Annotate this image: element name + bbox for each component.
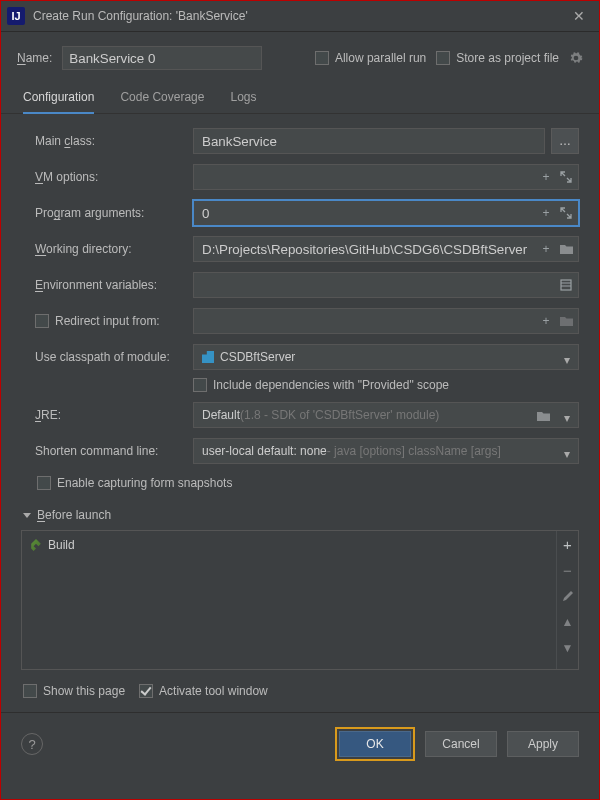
main-class-label: Main class: <box>35 134 185 148</box>
enable-snapshots-checkbox[interactable]: Enable capturing form snapshots <box>37 476 579 490</box>
tabs: Configuration Code Coverage Logs <box>1 80 599 114</box>
remove-icon: − <box>561 563 575 577</box>
shorten-select[interactable]: user-local default: none - java [options… <box>193 438 579 464</box>
allow-parallel-checkbox[interactable]: Allow parallel run <box>315 51 426 65</box>
checkbox-icon <box>139 684 153 698</box>
program-arguments-label: Program arguments: <box>35 206 185 220</box>
jre-value: Default <box>202 408 240 422</box>
build-label: Build <box>48 538 75 552</box>
chevron-down-icon <box>23 513 31 518</box>
edit-icon <box>561 589 575 603</box>
store-project-checkbox[interactable]: Store as project file <box>436 51 559 65</box>
classpath-select[interactable]: CSDBftServer ▾ <box>193 344 579 370</box>
before-launch-label: Before launch <box>37 508 111 522</box>
checkbox-icon <box>35 314 49 328</box>
checkbox-icon <box>436 51 450 65</box>
chevron-down-icon: ▾ <box>564 447 570 461</box>
browse-main-class-button[interactable]: … <box>551 128 579 154</box>
svg-rect-0 <box>561 280 571 290</box>
working-directory-input[interactable] <box>193 236 579 262</box>
titlebar: IJ Create Run Configuration: 'BankServic… <box>1 1 599 32</box>
plus-icon[interactable]: + <box>539 242 553 256</box>
show-this-page-checkbox[interactable]: Show this page <box>23 684 125 698</box>
environment-variables-label: Environment variables: <box>35 278 185 292</box>
apply-button[interactable]: Apply <box>507 731 579 757</box>
checkbox-icon <box>193 378 207 392</box>
chevron-down-icon: ▾ <box>564 411 570 425</box>
folder-icon[interactable] <box>559 242 573 256</box>
close-icon[interactable]: ✕ <box>569 8 589 24</box>
plus-icon: + <box>539 314 553 328</box>
redirect-input-field <box>193 308 579 334</box>
module-icon <box>202 351 214 363</box>
environment-variables-input[interactable] <box>193 272 579 298</box>
move-down-icon: ▼ <box>561 641 575 655</box>
name-label: Name: <box>17 51 52 65</box>
jre-label: JRE: <box>35 408 185 422</box>
tab-logs[interactable]: Logs <box>230 84 256 113</box>
shorten-value: user-local default: none <box>202 444 327 458</box>
footer: ? OK Cancel Apply <box>1 712 599 777</box>
plus-icon[interactable]: + <box>539 206 553 220</box>
checkbox-icon <box>37 476 51 490</box>
bottom-options: Show this page Activate tool window <box>1 674 599 706</box>
before-launch-header[interactable]: Before launch <box>1 500 599 528</box>
list-icon[interactable] <box>559 278 573 292</box>
jre-hint: (1.8 - SDK of 'CSDBftServer' module) <box>240 408 439 422</box>
build-icon <box>30 539 42 551</box>
folder-icon <box>559 314 573 328</box>
chevron-down-icon: ▾ <box>564 353 570 367</box>
vm-options-input[interactable] <box>193 164 579 190</box>
classpath-value: CSDBftServer <box>220 350 295 364</box>
main-class-input[interactable] <box>193 128 545 154</box>
working-directory-label: Working directory: <box>35 242 185 256</box>
folder-icon[interactable] <box>536 409 550 423</box>
jre-select[interactable]: Default (1.8 - SDK of 'CSDBftServer' mod… <box>193 402 579 428</box>
plus-icon[interactable]: + <box>539 170 553 184</box>
redirect-input-label: Redirect input from: <box>55 314 160 328</box>
tab-configuration[interactable]: Configuration <box>23 84 94 114</box>
name-input[interactable] <box>62 46 262 70</box>
store-project-label: Store as project file <box>456 51 559 65</box>
checkbox-icon <box>23 684 37 698</box>
before-launch-list: Build + − ▲ ▼ <box>21 530 579 670</box>
help-button[interactable]: ? <box>21 733 43 755</box>
checkbox-icon <box>315 51 329 65</box>
allow-parallel-label: Allow parallel run <box>335 51 426 65</box>
app-icon: IJ <box>7 7 25 25</box>
program-arguments-input[interactable] <box>193 200 579 226</box>
vm-options-label: VM options: <box>35 170 185 184</box>
shorten-label: Shorten command line: <box>35 444 185 458</box>
shorten-hint: - java [options] className [args] <box>327 444 501 458</box>
activate-tool-window-checkbox[interactable]: Activate tool window <box>139 684 268 698</box>
include-deps-checkbox[interactable]: Include dependencies with "Provided" sco… <box>193 378 579 392</box>
gear-icon[interactable] <box>569 51 583 65</box>
cancel-button[interactable]: Cancel <box>425 731 497 757</box>
include-deps-label: Include dependencies with "Provided" sco… <box>213 378 449 392</box>
expand-icon[interactable] <box>559 206 573 220</box>
ok-highlight: OK <box>335 727 415 761</box>
expand-icon[interactable] <box>559 170 573 184</box>
configuration-form: Main class: … VM options: + Program argu… <box>1 114 599 500</box>
before-launch-toolbar: + − ▲ ▼ <box>556 531 578 669</box>
name-row: Name: Allow parallel run Store as projec… <box>1 32 599 80</box>
enable-snapshots-label: Enable capturing form snapshots <box>57 476 232 490</box>
show-this-page-label: Show this page <box>43 684 125 698</box>
list-item[interactable]: Build <box>22 535 556 555</box>
classpath-label: Use classpath of module: <box>35 350 185 364</box>
add-icon[interactable]: + <box>561 537 575 551</box>
redirect-input-checkbox[interactable]: Redirect input from: <box>35 314 185 328</box>
window-title: Create Run Configuration: 'BankService' <box>33 9 569 23</box>
ok-button[interactable]: OK <box>339 731 411 757</box>
activate-tool-window-label: Activate tool window <box>159 684 268 698</box>
tab-code-coverage[interactable]: Code Coverage <box>120 84 204 113</box>
move-up-icon: ▲ <box>561 615 575 629</box>
